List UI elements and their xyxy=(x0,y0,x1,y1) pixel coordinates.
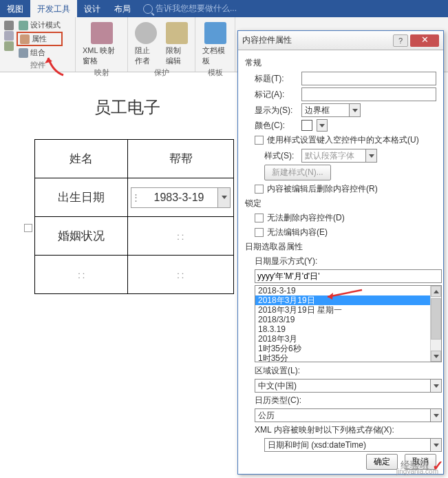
xml-icon xyxy=(91,22,113,44)
scroll-down-button[interactable] xyxy=(431,351,441,362)
tab-view[interactable]: 视图 xyxy=(0,0,30,17)
word-icon xyxy=(204,22,226,44)
label-date-format: 日期显示方式(Y): xyxy=(255,256,436,267)
chevron-down-icon xyxy=(430,439,441,451)
table-row: 出生日期 ⋮ 1983-3-19 xyxy=(35,178,234,217)
label-locale: 区域设置(L): xyxy=(255,365,436,377)
combo-locale[interactable]: 中文(中国) xyxy=(255,379,442,393)
label-use-style: 使用样式设置键入空控件中的文本格式(U) xyxy=(267,134,419,146)
cell-name-value[interactable]: 帮帮 xyxy=(128,140,234,178)
annotation-arrow-icon xyxy=(321,287,365,303)
person-icon xyxy=(135,22,157,44)
block-authors-button[interactable]: 阻止作者 xyxy=(132,19,160,67)
listbox-scrollbar[interactable] xyxy=(430,286,441,362)
group-label-mapping: 映射 xyxy=(80,67,123,78)
dialog-titlebar[interactable]: 内容控件属性 ? ✕ xyxy=(238,31,443,50)
combo-xml-format[interactable]: 日期和时间 (xsd:dateTime) xyxy=(264,438,442,452)
label-style: 样式(S): xyxy=(264,150,299,162)
input-title[interactable] xyxy=(301,72,436,85)
tell-me-placeholder: 告诉我您想要做什么... xyxy=(156,3,237,14)
ok-button[interactable]: 确定 xyxy=(366,454,398,470)
table-row: 姓名 帮帮 xyxy=(35,140,234,178)
lightbulb-icon xyxy=(143,4,153,14)
label-no-delete: 无法删除内容控件(D) xyxy=(267,212,345,224)
tab-layout[interactable]: 布局 xyxy=(107,0,138,17)
annotation-arrow-icon xyxy=(43,51,70,79)
chevron-down-icon xyxy=(222,196,227,199)
chevron-down-icon xyxy=(430,409,441,422)
label-tag: 标记(A): xyxy=(255,89,299,101)
tab-design[interactable]: 设计 xyxy=(77,0,107,17)
design-mode-button[interactable]: 设计模式 xyxy=(17,19,63,31)
dialog-close-button[interactable]: ✕ xyxy=(410,34,439,47)
checkbox-remove-after-edit[interactable] xyxy=(255,185,264,194)
label-color: 颜色(C): xyxy=(255,120,299,132)
label-no-edit: 无法编辑内容(E) xyxy=(267,227,328,238)
xml-mapping-button[interactable]: XML 映射窗格 xyxy=(80,19,123,67)
color-dropdown-button[interactable] xyxy=(317,119,328,132)
cancel-button[interactable]: 取消 xyxy=(405,454,436,470)
scroll-up-button[interactable] xyxy=(431,286,441,297)
table-move-handle-icon[interactable] xyxy=(24,224,32,232)
chevron-down-icon xyxy=(365,149,376,162)
chevron-down-icon xyxy=(430,380,441,392)
list-item[interactable]: 2018/3/19 xyxy=(255,315,431,324)
list-item[interactable]: 2018年3月 xyxy=(255,334,431,344)
document-template-button[interactable]: 文档模板 xyxy=(200,19,231,67)
combo-calendar[interactable]: 公历 xyxy=(255,408,442,422)
group-label-templates: 模板 xyxy=(200,67,231,78)
label-xml-storage: XML 内容被映射时以下列格式存储(X): xyxy=(255,424,436,436)
checkbox-no-delete[interactable] xyxy=(255,214,264,222)
section-datepicker: 日期选取器属性 xyxy=(245,241,436,253)
insert-control-icon-2[interactable] xyxy=(4,31,14,41)
lock-icon xyxy=(166,22,188,44)
label-show-as: 显示为(S): xyxy=(255,105,299,116)
table-row: ⸬ ⸬ xyxy=(35,256,234,294)
chevron-down-icon xyxy=(434,355,439,358)
restrict-editing-button[interactable]: 限制编辑 xyxy=(163,19,191,67)
insert-control-icon[interactable] xyxy=(4,21,14,30)
cell-name-label[interactable]: 姓名 xyxy=(35,140,128,178)
cell-empty-1[interactable]: ⸬ xyxy=(35,256,128,294)
combo-style: 默认段落字体 xyxy=(301,149,377,163)
date-picker-control[interactable]: ⋮ 1983-3-19 xyxy=(131,187,231,208)
label-remove-after-edit: 内容被编辑后删除内容控件(R) xyxy=(267,183,378,195)
input-tag[interactable] xyxy=(301,87,436,101)
date-picker-value: 1983-3-19 xyxy=(140,191,217,204)
section-lock: 锁定 xyxy=(245,198,436,209)
cell-marital-value[interactable]: ⸬ xyxy=(128,217,234,256)
document-table: 姓名 帮帮 出生日期 ⋮ 1983-3-19 婚姻状况 ⸬ ⸬ ⸬ xyxy=(34,139,234,294)
tell-me-search[interactable]: 告诉我您想要做什么... xyxy=(138,0,242,17)
chevron-down-icon xyxy=(319,124,325,127)
input-date-format[interactable] xyxy=(255,269,442,283)
date-picker-dropdown-button[interactable] xyxy=(217,188,230,207)
cell-empty-2[interactable]: ⸬ xyxy=(128,256,234,294)
list-item[interactable]: 1时35分 xyxy=(255,353,431,362)
cell-marital-label[interactable]: 婚姻状况 xyxy=(35,217,128,256)
checkbox-use-style[interactable] xyxy=(255,136,264,145)
dialog-title: 内容控件属性 xyxy=(242,34,393,46)
checkbox-no-edit[interactable] xyxy=(255,228,264,237)
list-item[interactable]: 18.3.19 xyxy=(255,324,431,334)
combo-show-as[interactable]: 边界框 xyxy=(301,103,361,117)
label-title: 标题(T): xyxy=(255,73,299,85)
color-swatch[interactable] xyxy=(301,120,312,131)
insert-control-icon-3[interactable] xyxy=(4,41,14,51)
list-item[interactable]: 2018年3月19日 星期一 xyxy=(255,305,431,315)
content-control-properties-dialog: 内容控件属性 ? ✕ 常规 标题(T): 标记(A): 显示为(S): 边界框 … xyxy=(237,30,444,475)
dialog-help-button[interactable]: ? xyxy=(393,34,408,47)
list-item[interactable]: 1时35分6秒 xyxy=(255,344,431,353)
scroll-thumb[interactable] xyxy=(431,298,441,340)
cell-dob-label[interactable]: 出生日期 xyxy=(35,178,128,217)
label-calendar: 日历类型(C): xyxy=(255,395,436,406)
new-style-button: 新建样式(N)... xyxy=(264,165,331,180)
chevron-down-icon xyxy=(349,104,360,116)
group-label-protect: 保护 xyxy=(132,67,191,78)
section-general: 常规 xyxy=(245,57,436,69)
listbox-date-formats[interactable]: 2018-3-192018年3月19日2018年3月19日 星期一2018/3/… xyxy=(255,285,442,362)
cell-dob-value[interactable]: ⋮ 1983-3-19 xyxy=(128,178,234,217)
tab-developer[interactable]: 开发工具 xyxy=(30,0,77,17)
properties-button[interactable]: 属性 xyxy=(17,32,63,46)
chevron-up-icon xyxy=(434,290,439,293)
document-area: 员工电子 姓名 帮帮 出生日期 ⋮ 1983-3-19 婚姻状况 ⸬ ⸬ ⸬ xyxy=(0,83,241,294)
